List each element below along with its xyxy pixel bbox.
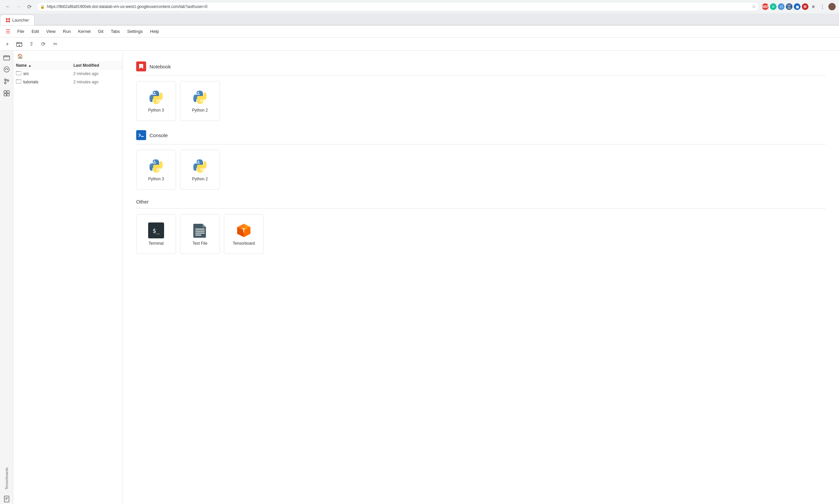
tensorboards-label[interactable]: Tensorboards (3, 465, 10, 492)
tensorboard-label: Tensorboard (233, 241, 255, 246)
menu-help[interactable]: Help (147, 28, 162, 35)
notebook-python3-label: Python 3 (148, 108, 164, 112)
new-folder-button[interactable] (15, 39, 24, 49)
notebook-section-title: Notebook (149, 64, 171, 69)
forward-button[interactable]: → (14, 2, 23, 11)
console-section: Console (136, 130, 826, 190)
extensions-icon (3, 90, 10, 96)
file-browser: 🏠 Name ▲ Last Modified src 2 minutes ago… (13, 51, 123, 504)
address-bar[interactable]: 🔒 https://9b02af8a91900eb-dot-datalab-vm… (37, 2, 759, 11)
console-python3-label: Python 3 (148, 177, 164, 181)
launcher-tab-label: Launcher (12, 18, 29, 22)
menu-tabs[interactable]: Tabs (107, 28, 123, 35)
launcher-tab[interactable]: Launcher (0, 15, 35, 25)
running-icon (3, 66, 10, 73)
ext-settings-icon[interactable]: ⚙ (810, 3, 817, 10)
ext-abp-icon[interactable]: ABP (762, 3, 769, 10)
console-python3-logo (148, 158, 164, 174)
files-activity-btn[interactable] (1, 52, 12, 63)
notebook-section-header: Notebook (136, 61, 826, 71)
tensorboard-svg: T (236, 222, 252, 238)
notebook-kernel-cards: Python 3 (136, 81, 826, 121)
svg-rect-23 (16, 71, 21, 75)
app-toolbar: + ⇧ ⟳ ✂ (0, 37, 839, 51)
other-section: Other $_ Terminal (136, 199, 826, 254)
menu-kernel[interactable]: Kernel (75, 28, 94, 35)
ext-ma-icon[interactable]: M (802, 3, 808, 10)
tabs-bar: Launcher (0, 13, 839, 25)
notebook-python3-card[interactable]: Python 3 (136, 81, 176, 121)
col-name-label: Name (16, 63, 27, 68)
url-text: https://9b02af8a91900eb-dot-datalab-vm-u… (47, 4, 750, 9)
ext-shield-icon[interactable]: ⬡ (778, 3, 785, 10)
console-python2-card[interactable]: Python 2 (180, 150, 220, 190)
git-icon (3, 78, 10, 85)
notebook-python2-label: Python 2 (192, 108, 208, 112)
svg-rect-18 (7, 94, 9, 96)
ext-grammarly-icon[interactable]: G (770, 3, 776, 10)
refresh-button[interactable]: ⟳ (38, 39, 48, 49)
menu-file[interactable]: File (14, 28, 28, 35)
console-python2-label: Python 2 (192, 177, 208, 181)
new-folder-icon (16, 41, 22, 47)
console-python3-card[interactable]: Python 3 (136, 150, 176, 190)
activity-bar: Tensorboards (0, 51, 13, 504)
ext-gitzip-icon[interactable]: GitZip (786, 3, 792, 10)
col-name-header[interactable]: Name ▲ (16, 63, 73, 68)
file-name-text: src (23, 71, 73, 76)
terminal-label: Terminal (148, 241, 163, 246)
terminal-prompt-icon (138, 132, 144, 138)
browser-titlebar: ← → ⟳ 🔒 https://9b02af8a91900eb-dot-data… (0, 0, 839, 13)
notebook-python2-card[interactable]: Python 2 (180, 81, 220, 121)
reload-button[interactable]: ⟳ (24, 2, 34, 11)
menu-git[interactable]: Git (95, 28, 107, 35)
extensions-activity-btn[interactable] (1, 88, 12, 98)
user-avatar[interactable] (828, 3, 836, 10)
textfile-card[interactable]: Text File (180, 214, 220, 254)
other-section-title: Other (136, 199, 149, 204)
sidebar-toggle-button[interactable]: ☰ (3, 26, 13, 37)
other-divider (136, 209, 826, 209)
docs-icon (3, 496, 10, 502)
new-file-button[interactable]: + (3, 39, 12, 49)
menu-bar: ☰ File Edit View Run Kernel Git Tabs Set… (0, 25, 839, 37)
folder-file-icon (16, 71, 21, 76)
back-button[interactable]: ← (3, 2, 13, 11)
running-activity-btn[interactable] (1, 64, 12, 75)
star-icon: ☆ (752, 4, 756, 9)
svg-rect-3 (8, 21, 10, 22)
menu-run[interactable]: Run (59, 28, 74, 35)
upload-button[interactable]: ⇧ (26, 39, 36, 49)
git-activity-btn[interactable] (1, 76, 12, 87)
menu-button[interactable]: ⋮ (818, 2, 827, 11)
file-list: src 2 minutes ago tutorials 2 minutes ag… (13, 69, 123, 504)
menu-settings[interactable]: Settings (124, 28, 146, 35)
other-section-header: Other (136, 199, 826, 204)
ext-screen-icon[interactable]: ▦ (794, 3, 801, 10)
lock-icon: 🔒 (40, 5, 45, 9)
launcher-tab-icon (6, 18, 10, 22)
menu-edit[interactable]: Edit (28, 28, 42, 35)
svg-rect-0 (6, 18, 7, 20)
browser-actions: ABP G ⬡ GitZip ▦ M ⚙ ⋮ (762, 2, 836, 11)
svg-rect-19 (4, 496, 9, 502)
folder-file-icon (16, 79, 21, 85)
file-table-header: Name ▲ Last Modified (13, 62, 123, 69)
console-section-title: Console (149, 132, 168, 138)
file-item[interactable]: src 2 minutes ago (13, 69, 123, 78)
svg-rect-16 (7, 91, 9, 93)
menu-view[interactable]: View (43, 28, 59, 35)
col-modified-header[interactable]: Last Modified (73, 63, 120, 68)
docs-activity-btn[interactable] (1, 494, 12, 504)
console-divider (136, 144, 826, 144)
launcher: Notebook (123, 51, 839, 274)
terminal-card[interactable]: $_ Terminal (136, 214, 176, 254)
home-button[interactable]: 🏠 (16, 53, 24, 59)
folder-icon (3, 54, 10, 61)
file-item[interactable]: tutorials 2 minutes ago (13, 78, 123, 86)
notebook-section-icon (136, 61, 146, 71)
git-button[interactable]: ✂ (51, 39, 60, 49)
console-section-header: Console (136, 130, 826, 140)
file-browser-header: 🏠 (13, 51, 123, 62)
tensorboard-card[interactable]: T Tensorboard (224, 214, 264, 254)
